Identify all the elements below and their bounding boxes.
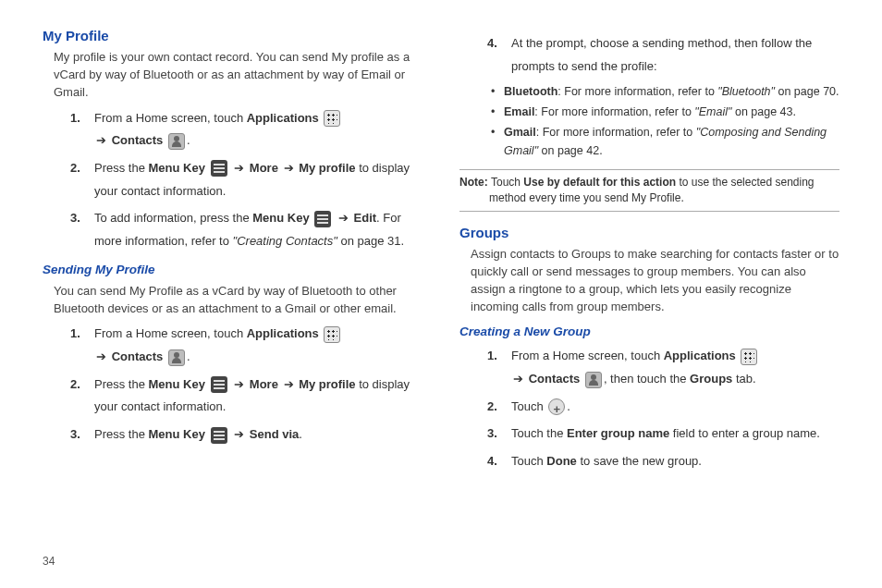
- text: field to enter a group name.: [669, 426, 820, 440]
- contact-icon: [168, 133, 185, 150]
- smp-step-2: 2. Press the Menu Key ➔ More ➔ My profil…: [70, 374, 423, 419]
- applications-label: Applications: [247, 111, 319, 125]
- smp-step-1: 1. From a Home screen, touch Application…: [70, 323, 423, 368]
- text: on page 42.: [538, 144, 603, 157]
- text: Touch: [491, 176, 523, 189]
- more-label: More: [250, 377, 278, 391]
- text: : For more information, refer to: [557, 85, 717, 98]
- text: Touch: [511, 399, 546, 413]
- step-number: 4.: [487, 32, 511, 78]
- step-body: Press the Menu Key ➔ Send via.: [94, 423, 423, 447]
- my-profile-intro: My profile is your own contact record. Y…: [54, 49, 423, 102]
- note-label: Note:: [459, 176, 491, 189]
- step-number: 2.: [70, 157, 94, 202]
- step-number: 1.: [487, 345, 511, 390]
- arrow-icon: ➔: [234, 377, 244, 391]
- step-number: 1.: [70, 107, 94, 153]
- mp-step-1: 1. From a Home screen, touch Application…: [70, 107, 423, 153]
- bluetooth-label: Bluetooth: [504, 85, 557, 98]
- menu-icon: [211, 376, 227, 393]
- text: .: [187, 349, 190, 363]
- text: : For more information, refer to: [534, 105, 694, 118]
- applications-label: Applications: [247, 326, 319, 340]
- bullet-body: Gmail: For more information, refer to "C…: [504, 123, 839, 160]
- text: , then touch the: [604, 372, 690, 386]
- step-number: 2.: [70, 374, 94, 419]
- menu-icon: [211, 160, 227, 177]
- text: : For more information, refer to: [536, 126, 696, 139]
- bullet-dot: •: [491, 103, 504, 121]
- cg-step-2: 2. Touch .: [487, 396, 839, 419]
- step-number: 2.: [487, 396, 511, 419]
- text: From a Home screen, touch: [511, 349, 664, 362]
- arrow-icon: ➔: [513, 372, 523, 386]
- menu-key-label: Menu Key: [149, 377, 205, 391]
- note-action: Use by default for this action: [523, 176, 676, 189]
- step-body: At the prompt, choose a sending method, …: [511, 32, 839, 78]
- step-body: Touch Done to save the new group.: [511, 450, 839, 473]
- text: on page 70.: [775, 85, 839, 98]
- more-label: More: [250, 161, 278, 175]
- text: From a Home screen, touch: [94, 111, 247, 125]
- text: From a Home screen, touch: [94, 326, 247, 340]
- cg-step-1: 1. From a Home screen, touch Application…: [487, 345, 839, 390]
- right-column: 4. At the prompt, choose a sending metho…: [459, 28, 839, 478]
- text: To add information, press the: [94, 211, 252, 225]
- my-profile-label: My profile: [299, 161, 355, 175]
- reference-link: "Email": [694, 105, 731, 118]
- step-body: From a Home screen, touch Applications ➔…: [94, 107, 423, 153]
- bullet-body: Bluetooth: For more information, refer t…: [504, 82, 839, 101]
- arrow-icon: ➔: [284, 377, 294, 391]
- text: .: [567, 399, 570, 413]
- smp-step-3: 3. Press the Menu Key ➔ Send via.: [70, 423, 423, 447]
- text: .: [299, 427, 302, 441]
- step-body: From a Home screen, touch Applications ➔…: [94, 323, 423, 368]
- contact-icon: [168, 349, 185, 366]
- contacts-label: Contacts: [112, 133, 164, 147]
- bullet-body: Email: For more information, refer to "E…: [504, 103, 839, 121]
- apps-icon: [324, 110, 340, 127]
- left-column: My Profile My profile is your own contac…: [43, 28, 423, 478]
- text: to save the new group.: [577, 454, 702, 468]
- step-number: 1.: [70, 323, 94, 368]
- step-body: Press the Menu Key ➔ More ➔ My profile t…: [94, 157, 423, 202]
- contacts-label: Contacts: [112, 349, 164, 363]
- step-body: Press the Menu Key ➔ More ➔ My profile t…: [94, 374, 423, 419]
- creating-group-heading: Creating a New Group: [459, 325, 839, 338]
- menu-icon: [314, 211, 331, 227]
- menu-key-label: Menu Key: [149, 427, 205, 441]
- text: Touch the: [511, 426, 567, 440]
- step-body: Touch .: [511, 396, 839, 419]
- text: .: [187, 133, 190, 147]
- arrow-icon: ➔: [284, 161, 294, 175]
- bullet-dot: •: [491, 82, 504, 101]
- arrow-icon: ➔: [234, 427, 244, 441]
- applications-label: Applications: [664, 349, 736, 362]
- my-profile-label: My profile: [299, 377, 355, 391]
- mp-step-2: 2. Press the Menu Key ➔ More ➔ My profil…: [70, 157, 423, 202]
- contacts-label: Contacts: [529, 372, 581, 386]
- mp-step-3: 3. To add information, press the Menu Ke…: [70, 207, 423, 252]
- right-step-4: 4. At the prompt, choose a sending metho…: [487, 32, 839, 78]
- sending-my-profile-heading: Sending My Profile: [43, 263, 423, 276]
- step-number: 3.: [487, 423, 511, 446]
- groups-tab-label: Groups: [690, 372, 732, 386]
- plus-icon: [548, 398, 565, 415]
- cg-step-4: 4. Touch Done to save the new group.: [487, 450, 839, 473]
- email-label: Email: [504, 105, 534, 118]
- text: Touch: [511, 454, 546, 468]
- step-number: 3.: [70, 207, 94, 252]
- step-number: 4.: [487, 450, 511, 473]
- bullet-bluetooth: • Bluetooth: For more information, refer…: [491, 82, 839, 101]
- arrow-icon: ➔: [96, 349, 106, 363]
- groups-heading: Groups: [459, 225, 839, 240]
- sending-intro: You can send My Profile as a vCard by wa…: [54, 283, 423, 318]
- step-body: Touch the Enter group name field to ente…: [511, 423, 839, 446]
- menu-icon: [211, 427, 227, 444]
- gmail-label: Gmail: [504, 126, 536, 139]
- apps-icon: [324, 326, 340, 343]
- text: on page 43.: [731, 105, 796, 118]
- text: tab.: [732, 372, 755, 386]
- step-number: 3.: [70, 423, 94, 447]
- page-columns: My Profile My profile is your own contac…: [43, 28, 839, 478]
